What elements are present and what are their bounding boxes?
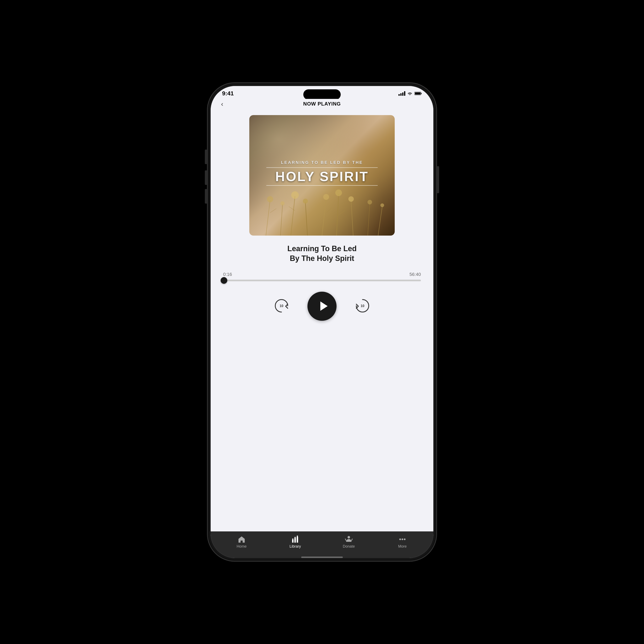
- svg-point-33: [297, 536, 298, 537]
- svg-line-11: [322, 198, 326, 236]
- home-label: Home: [237, 544, 247, 549]
- wifi-icon: [407, 92, 412, 95]
- tab-item-library[interactable]: Library: [283, 536, 308, 549]
- time-total: 56:40: [409, 272, 421, 277]
- svg-rect-29: [294, 538, 296, 543]
- album-subtitle: LEARNING TO BE LED BY THE: [257, 160, 387, 165]
- tab-item-home[interactable]: Home: [229, 536, 254, 549]
- svg-text:10: 10: [361, 304, 364, 308]
- status-icons: [398, 91, 422, 96]
- svg-line-19: [378, 206, 382, 236]
- skip-back-button[interactable]: 10: [272, 297, 291, 316]
- tab-item-more[interactable]: More: [390, 536, 415, 549]
- svg-point-20: [380, 203, 384, 207]
- svg-rect-30: [297, 537, 298, 543]
- svg-line-15: [351, 200, 353, 236]
- album-title-main: HOLY SPIRIT: [257, 170, 387, 183]
- back-button[interactable]: ‹: [221, 100, 223, 108]
- nav-header: ‹ NOW PLAYING: [211, 99, 433, 111]
- svg-point-36: [402, 538, 403, 540]
- svg-line-17: [368, 203, 370, 236]
- svg-line-24: [339, 211, 345, 215]
- track-title: Learning To Be LedBy The Holy Spirit: [287, 244, 356, 263]
- svg-line-5: [280, 204, 283, 236]
- svg-point-31: [292, 538, 294, 540]
- phone-screen: 9:41: [211, 86, 433, 558]
- more-label: More: [398, 544, 407, 549]
- album-art: LEARNING TO BE LED BY THE HOLY SPIRIT: [249, 115, 395, 236]
- svg-point-35: [399, 538, 401, 540]
- svg-point-14: [335, 189, 342, 196]
- svg-point-4: [267, 196, 273, 202]
- svg-rect-2: [415, 92, 420, 95]
- svg-text:10: 10: [280, 304, 283, 308]
- donate-icon: [345, 536, 353, 543]
- progress-bar-wrapper[interactable]: [223, 280, 421, 281]
- main-content: LEARNING TO BE LED BY THE HOLY SPIRIT: [211, 111, 433, 531]
- play-pause-button[interactable]: [307, 292, 337, 321]
- battery-icon: [414, 92, 422, 95]
- svg-point-32: [295, 537, 296, 538]
- svg-rect-1: [421, 93, 422, 94]
- svg-point-6: [280, 201, 285, 205]
- time-elapsed: 0:16: [223, 272, 232, 277]
- progress-container[interactable]: 0:16 56:40: [223, 272, 421, 281]
- tab-item-donate[interactable]: Donate: [336, 536, 361, 549]
- more-icon: [398, 536, 407, 543]
- status-bar: 9:41: [211, 86, 433, 99]
- svg-point-34: [348, 536, 350, 538]
- status-time: 9:41: [222, 90, 234, 97]
- svg-rect-28: [292, 540, 294, 543]
- home-icon: [237, 536, 246, 543]
- library-label: Library: [289, 544, 301, 549]
- svg-marker-26: [320, 301, 328, 311]
- svg-line-21: [270, 209, 276, 213]
- progress-thumb[interactable]: [221, 277, 227, 284]
- skip-forward-button[interactable]: 10: [353, 297, 372, 316]
- svg-point-16: [348, 196, 354, 202]
- svg-point-12: [323, 194, 329, 200]
- home-indicator: [301, 557, 343, 558]
- now-playing-title: NOW PLAYING: [303, 101, 341, 107]
- svg-line-9: [305, 202, 307, 236]
- svg-line-3: [266, 200, 270, 236]
- svg-point-18: [367, 200, 372, 204]
- svg-line-13: [337, 194, 339, 236]
- svg-point-10: [303, 199, 308, 204]
- signal-icon: [398, 91, 405, 96]
- svg-line-7: [291, 196, 295, 236]
- svg-point-8: [291, 191, 299, 199]
- donate-label: Donate: [343, 544, 355, 549]
- progress-times: 0:16 56:40: [223, 272, 421, 277]
- phone-outer: 9:41: [208, 83, 436, 561]
- tab-bar: Home Library: [211, 531, 433, 558]
- controls: 10 10: [272, 292, 372, 321]
- dynamic-island: [303, 89, 341, 100]
- svg-point-37: [404, 538, 406, 540]
- library-icon: [291, 536, 299, 543]
- plants-decoration: [249, 184, 395, 236]
- svg-line-23: [326, 208, 332, 213]
